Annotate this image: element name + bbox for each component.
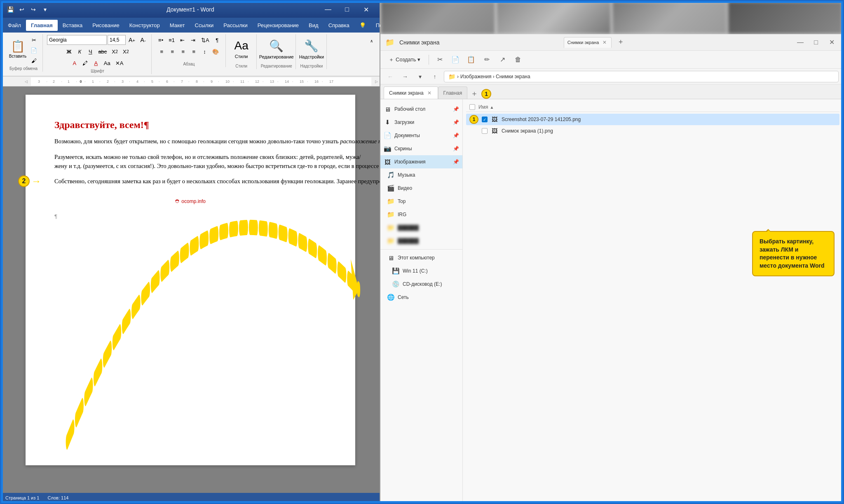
tab-screenshots[interactable]: Снимки экрана ✕ <box>384 86 438 99</box>
file-checkbox-1[interactable]: ✓ <box>482 117 488 122</box>
show-hide-btn[interactable]: ¶ <box>212 35 222 45</box>
sidebar-item-blurred2[interactable]: 📁 ██████ <box>380 234 462 247</box>
sidebar-item-cdrom[interactable]: 💿 CD-дисковод (E:) <box>380 278 462 291</box>
undo-icon[interactable]: ↩ <box>17 5 27 14</box>
text-effect-btn[interactable]: Аa <box>102 58 113 68</box>
qa-dropdown-icon[interactable]: ▾ <box>40 5 50 14</box>
line-spacing-btn[interactable]: ↕ <box>199 47 209 56</box>
align-center-btn[interactable]: ≡ <box>167 47 177 56</box>
menu-layout[interactable]: Макет <box>165 20 190 31</box>
explorer-maximize-button[interactable]: □ <box>810 36 822 49</box>
cut-icon-btn[interactable]: ✂ <box>433 53 446 66</box>
sidebar-item-video[interactable]: 🎬 Видео <box>380 182 462 195</box>
font-size-dec-button[interactable]: A- <box>138 35 148 45</box>
strikethrough-button[interactable]: abc <box>96 47 109 56</box>
shading-btn[interactable]: 🎨 <box>210 47 221 56</box>
addins-button[interactable]: 🔧 Надстройки <box>300 35 323 63</box>
file-list-header[interactable]: Имя ▲ <box>466 103 839 112</box>
paste-icon-btn[interactable]: 📋 <box>464 53 478 66</box>
create-button[interactable]: ＋ Создать ▾ <box>384 53 424 66</box>
sidebar-item-thispc[interactable]: 🖥 Этот компьютер <box>380 251 462 264</box>
font-name-input[interactable] <box>47 35 107 45</box>
sidebar-item-desktop[interactable]: 🖥 Рабочий стол 📌 <box>380 103 462 116</box>
dropdown-button[interactable]: ▾ <box>414 71 426 82</box>
ribbon-collapse-button[interactable]: ∧ <box>366 36 376 46</box>
document-area[interactable]: 2 → Здравствуйте, всем!¶ Возможно, для м… <box>1 86 380 493</box>
sidebar-item-downloads[interactable]: ⬇ Загрузки 📌 <box>380 116 462 129</box>
indent-inc-btn[interactable]: ⇥ <box>188 35 198 45</box>
menu-insert[interactable]: Вставка <box>58 20 87 31</box>
justify-btn[interactable]: ≡ <box>189 47 199 56</box>
bold-button[interactable]: Ж <box>64 47 74 56</box>
sidebar-item-top[interactable]: 📁 Top <box>380 195 462 208</box>
editing-button[interactable]: 🔍 Редактирование <box>265 35 288 63</box>
sidebar-item-screenshots[interactable]: 📷 Скрины 📌 <box>380 142 462 155</box>
clear-format-btn[interactable]: ✕A <box>113 58 126 68</box>
menu-view[interactable]: Вид <box>304 20 324 31</box>
sort-btn[interactable]: ⇅A <box>199 35 211 45</box>
sidebar-item-images[interactable]: 🖼 Изображения 📌 <box>380 155 462 168</box>
italic-button[interactable]: К <box>75 47 84 56</box>
redo-icon[interactable]: ↪ <box>28 5 38 14</box>
sidebar-item-network[interactable]: 🌐 Сеть <box>380 291 462 304</box>
new-tab-button[interactable]: + <box>615 37 626 48</box>
align-left-btn[interactable]: ≡ <box>157 47 166 56</box>
superscript-button[interactable]: X2 <box>121 47 131 56</box>
add-tab-button[interactable]: ＋ <box>469 88 480 99</box>
menu-review[interactable]: Рецензирование <box>253 20 304 31</box>
numbering-btn[interactable]: ≡1 <box>166 35 177 45</box>
file-row-1[interactable]: 1 ✓ 🖼 Screenshot 2023-07-29 141205.png <box>466 114 839 125</box>
save-icon[interactable]: 💾 <box>5 5 15 14</box>
menu-design[interactable]: Конструктор <box>124 20 165 31</box>
font-color-btn[interactable]: A <box>70 58 80 68</box>
menu-file[interactable]: Файл <box>3 20 26 31</box>
menu-mailings[interactable]: Рассылки <box>218 20 252 31</box>
header-checkbox[interactable] <box>469 104 475 110</box>
tab-close-button[interactable]: ✕ <box>601 39 608 46</box>
explorer-close-button[interactable]: ✕ <box>825 36 838 49</box>
styles-button[interactable]: Аа Стили <box>230 35 253 63</box>
file-checkbox-2[interactable] <box>482 128 488 134</box>
minimize-button[interactable]: — <box>319 3 338 16</box>
explorer-tab-active[interactable]: Снимки экрана ✕ <box>564 37 612 48</box>
subscript-button[interactable]: X2 <box>110 47 120 56</box>
file-row-2[interactable]: 🖼 Снимок экрана (1).png <box>466 125 839 137</box>
paste-button[interactable]: 📋 Вставить <box>8 35 28 63</box>
font-size-input[interactable] <box>108 35 126 45</box>
address-path[interactable]: 📁 › Изображения › Снимки экрана <box>444 71 839 82</box>
align-right-btn[interactable]: ≡ <box>178 47 188 56</box>
sort-icon[interactable]: ▲ <box>490 105 494 110</box>
sidebar-item-music[interactable]: 🎵 Музыка <box>380 168 462 182</box>
tab-home[interactable]: Главная <box>438 86 468 99</box>
sidebar-item-blurred1[interactable]: 📁 ██████ <box>380 221 462 234</box>
explorer-minimize-button[interactable]: — <box>794 36 806 49</box>
sidebar-item-documents[interactable]: 📄 Документы 📌 <box>380 129 462 142</box>
bullets-btn[interactable]: ≡• <box>156 35 166 45</box>
close-button[interactable]: ✕ <box>356 3 375 16</box>
highlight-btn[interactable]: 🖍 <box>80 58 90 68</box>
indent-dec-btn[interactable]: ⇤ <box>178 35 188 45</box>
underline-button[interactable]: Ч <box>85 47 95 56</box>
menu-search-icon[interactable]: 💡 <box>354 20 371 31</box>
copy-button[interactable]: 📄 <box>28 45 39 55</box>
delete-icon-btn[interactable]: 🗑 <box>511 53 525 66</box>
create-label: Создать <box>396 56 416 63</box>
forward-button[interactable]: → <box>399 71 411 82</box>
cut-button[interactable]: ✂ <box>28 35 39 45</box>
copy-icon-btn[interactable]: 📄 <box>449 53 462 66</box>
sidebar-item-win11[interactable]: 💾 Win 11 (C:) <box>380 264 462 278</box>
sidebar-item-irg[interactable]: 📁 IRG <box>380 208 462 221</box>
tab-screenshots-close[interactable]: ✕ <box>426 90 433 96</box>
menu-home[interactable]: Главная <box>26 20 58 31</box>
maximize-button[interactable]: □ <box>338 3 356 16</box>
format-painter-button[interactable]: 🖌 <box>28 56 39 65</box>
up-button[interactable]: ↑ <box>429 71 441 82</box>
menu-references[interactable]: Ссылки <box>190 20 219 31</box>
back-button[interactable]: ← <box>384 71 396 82</box>
share-icon-btn[interactable]: ↗ <box>496 53 509 66</box>
rename-icon-btn[interactable]: ✏ <box>480 53 493 66</box>
font-color2-btn[interactable]: A <box>91 58 101 68</box>
menu-help[interactable]: Справка <box>324 20 354 31</box>
menu-draw[interactable]: Рисование <box>87 20 124 31</box>
font-size-inc-button[interactable]: A+ <box>127 35 137 45</box>
